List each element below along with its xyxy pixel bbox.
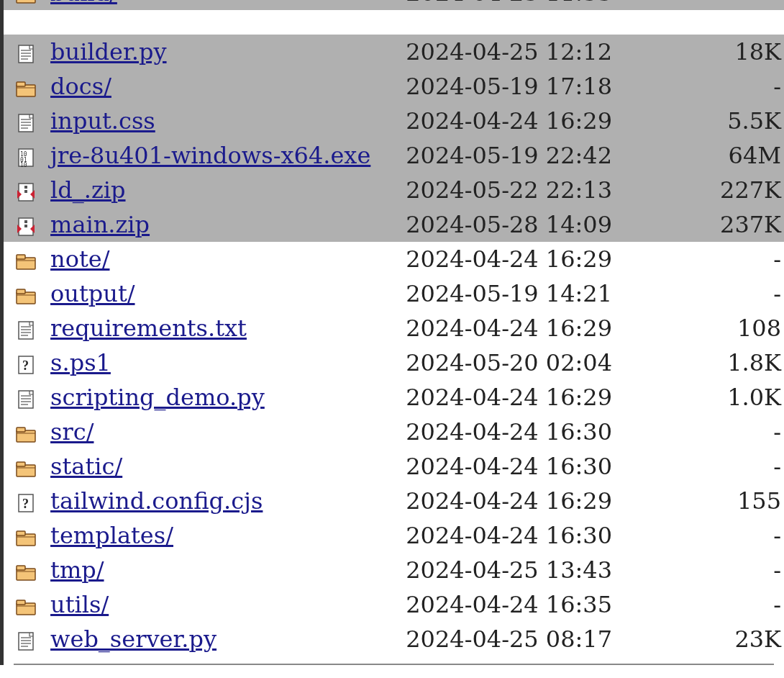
- file-name-cell: build/: [47, 0, 403, 10]
- file-size: 23K: [683, 622, 784, 656]
- file-size: 18K: [683, 35, 784, 69]
- file-link[interactable]: static/: [50, 453, 122, 480]
- file-link[interactable]: requirements.txt: [50, 315, 247, 342]
- file-icon-cell: [4, 415, 47, 449]
- folder-icon: [15, 561, 37, 583]
- archive-icon: [15, 181, 37, 203]
- folder-icon: [15, 285, 37, 307]
- table-row: scripting_demo.py2024-04-24 16:291.0K: [4, 380, 784, 415]
- file-link[interactable]: output/: [50, 280, 135, 307]
- file-icon-cell: [4, 518, 47, 553]
- table-row: s.ps12024-05-20 02:041.8K: [4, 345, 784, 380]
- file-name-cell: s.ps1: [47, 345, 403, 380]
- file-name-cell: scripting_demo.py: [47, 380, 403, 415]
- file-size: -: [683, 449, 784, 484]
- table-row: docs/2024-05-19 17:18-: [4, 69, 784, 104]
- file-size: -: [683, 242, 784, 276]
- file-icon-cell: [4, 484, 47, 518]
- file-name-cell: main.zip: [47, 207, 403, 242]
- binary-file-icon: [15, 147, 37, 168]
- text-file-icon: [15, 389, 37, 410]
- footer-rule: [14, 664, 774, 665]
- file-size: -: [683, 69, 784, 104]
- file-date: 2024-04-24 16:29: [403, 484, 683, 518]
- file-link[interactable]: web_server.py: [50, 625, 216, 653]
- file-link[interactable]: ld_.zip: [50, 176, 125, 204]
- file-date: 2024-05-20 02:04: [403, 345, 683, 380]
- file-name-cell: ld_.zip: [47, 173, 403, 207]
- file-size: 237K: [683, 207, 784, 242]
- text-file-icon: [15, 630, 37, 652]
- folder-icon: [15, 423, 37, 445]
- file-name-cell: docs/: [47, 69, 403, 104]
- file-link[interactable]: tailwind.config.cjs: [50, 487, 263, 515]
- table-row: jre-8u401-windows-x64.exe2024-05-19 22:4…: [4, 138, 784, 173]
- file-date: 2024-05-19 17:18: [403, 69, 683, 104]
- file-link[interactable]: note/: [50, 245, 109, 273]
- file-name-cell: builder.py: [47, 35, 403, 69]
- file-icon-cell: [4, 449, 47, 484]
- table-row: requirements.txt2024-04-24 16:29108: [4, 311, 784, 345]
- folder-icon: [15, 250, 37, 272]
- unknown-file-icon: [15, 492, 37, 514]
- table-row: templates/2024-04-24 16:30-: [4, 518, 784, 553]
- file-link[interactable]: s.ps1: [50, 349, 111, 376]
- table-row: src/2024-04-24 16:30-: [4, 415, 784, 449]
- folder-icon: [15, 458, 37, 479]
- file-size: -: [683, 0, 784, 10]
- file-name-cell: jre-8u401-windows-x64.exe: [47, 138, 403, 173]
- file-icon-cell: [4, 0, 47, 10]
- file-icon-cell: [4, 311, 47, 345]
- file-size: 1.0K: [683, 380, 784, 415]
- file-name-cell: utils/: [47, 587, 403, 622]
- text-file-icon: [15, 320, 37, 341]
- folder-icon: [15, 596, 37, 618]
- file-link[interactable]: build/: [50, 0, 117, 6]
- unknown-file-icon: [15, 354, 37, 376]
- table-row: utils/2024-04-24 16:35-: [4, 587, 784, 622]
- table-row: builder.py2024-04-25 12:1218K: [4, 35, 784, 69]
- file-size: -: [683, 587, 784, 622]
- file-date: 2024-04-24 16:30: [403, 449, 683, 484]
- file-link[interactable]: utils/: [50, 591, 109, 618]
- file-name-cell: tmp/: [47, 553, 403, 587]
- file-link[interactable]: docs/: [50, 73, 111, 100]
- folder-icon: [15, 78, 37, 99]
- directory-listing: build/2024-04-25 11:53-builder.py2024-04…: [0, 0, 784, 665]
- file-link[interactable]: src/: [50, 418, 94, 446]
- file-name-cell: templates/: [47, 518, 403, 553]
- file-icon-cell: [4, 553, 47, 587]
- file-icon-cell: [4, 242, 47, 276]
- file-table: build/2024-04-25 11:53-builder.py2024-04…: [4, 0, 784, 656]
- file-size: 227K: [683, 173, 784, 207]
- file-name-cell: static/: [47, 449, 403, 484]
- table-row: main.zip2024-05-28 14:09237K: [4, 207, 784, 242]
- file-date: 2024-04-24 16:29: [403, 104, 683, 138]
- file-name-cell: note/: [47, 242, 403, 276]
- text-file-icon: [15, 112, 37, 134]
- file-icon-cell: [4, 173, 47, 207]
- file-link[interactable]: builder.py: [50, 38, 167, 65]
- file-link[interactable]: jre-8u401-windows-x64.exe: [50, 142, 370, 169]
- file-link[interactable]: scripting_demo.py: [50, 384, 265, 411]
- file-size: -: [683, 276, 784, 311]
- folder-icon: [15, 0, 37, 6]
- table-row: input.css2024-04-24 16:295.5K: [4, 104, 784, 138]
- table-row: ld_.zip2024-05-22 22:13227K: [4, 173, 784, 207]
- table-row: build/2024-04-25 11:53-: [4, 0, 784, 10]
- file-size: 108: [683, 311, 784, 345]
- file-link[interactable]: input.css: [50, 107, 155, 135]
- file-date: 2024-04-25 11:53: [403, 0, 683, 10]
- file-icon-cell: [4, 138, 47, 173]
- file-icon-cell: [4, 207, 47, 242]
- file-link[interactable]: tmp/: [50, 556, 104, 584]
- file-link[interactable]: templates/: [50, 522, 173, 549]
- file-icon-cell: [4, 276, 47, 311]
- table-row: tmp/2024-04-25 13:43-: [4, 553, 784, 587]
- file-icon-cell: [4, 345, 47, 380]
- file-size: -: [683, 415, 784, 449]
- file-date: 2024-04-25 08:17: [403, 622, 683, 656]
- file-date: 2024-05-28 14:09: [403, 207, 683, 242]
- file-link[interactable]: main.zip: [50, 211, 150, 238]
- file-size: -: [683, 518, 784, 553]
